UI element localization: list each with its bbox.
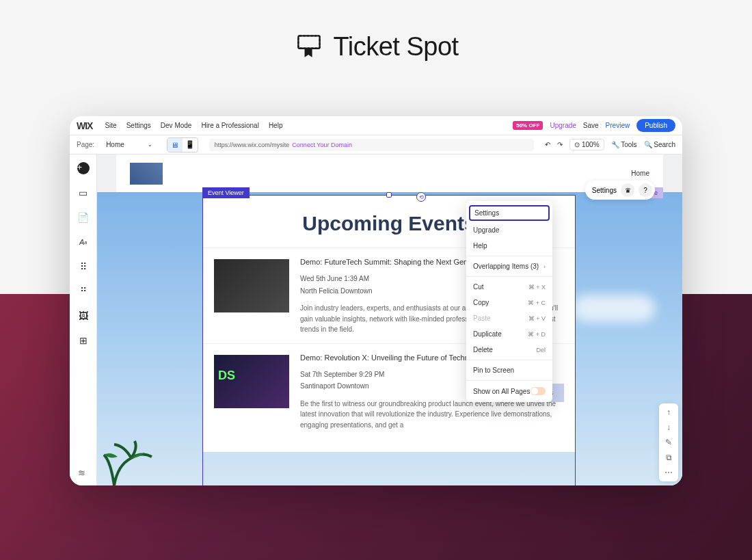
more-icon[interactable]: ⋯ <box>664 468 673 477</box>
palm-decoration <box>100 438 162 485</box>
cm-divider <box>466 380 552 381</box>
save-link[interactable]: Save <box>583 122 599 129</box>
cm-upgrade[interactable]: Upgrade <box>466 222 552 238</box>
brand-header: Ticket Spot <box>0 31 752 62</box>
widget-settings-label[interactable]: Settings <box>592 187 617 194</box>
brand-name: Ticket Spot <box>333 32 458 62</box>
cm-divider <box>466 276 552 277</box>
cm-settings[interactable]: Settings <box>469 205 550 221</box>
cloud-decoration <box>573 295 655 322</box>
cm-pin[interactable]: Pin to Screen <box>466 362 552 378</box>
cm-overlapping[interactable]: Overlapping Items (3)› <box>466 258 552 274</box>
chevron-down-icon: ⌄ <box>148 142 152 148</box>
left-rail: + ▭ 📄 Aa ⠿ ⠛ 🖼 ⊞ ≋ <box>70 155 97 485</box>
cm-duplicate[interactable]: Duplicate⌘ + D <box>466 326 552 342</box>
cm-show-all[interactable]: Show on All Pages <box>466 383 552 399</box>
cm-copy[interactable]: Copy⌘ + C <box>466 295 552 310</box>
edit-icon[interactable]: ✎ <box>665 438 672 447</box>
menu-site[interactable]: Site <box>105 122 116 129</box>
menu-settings[interactable]: Settings <box>126 122 151 129</box>
undo-icon[interactable]: ↶ <box>545 141 550 148</box>
cm-paste: Paste⌘ + V <box>466 310 552 326</box>
menu-right: 50% OFF Upgrade Save Preview Publish <box>513 119 675 132</box>
widget-label[interactable]: Event Viewer <box>202 187 250 198</box>
sections-icon[interactable]: ▭ <box>75 185 92 201</box>
design-icon[interactable]: Aa <box>75 234 92 250</box>
top-menu-bar: WIX Site Settings Dev Mode Hire a Profes… <box>70 116 682 135</box>
cm-delete[interactable]: DeleteDel <box>466 342 552 358</box>
copy-section-icon[interactable]: ⧉ <box>666 453 672 462</box>
event-image <box>214 259 289 312</box>
redo-icon[interactable]: ↷ <box>557 141 563 148</box>
help-icon[interactable]: ? <box>639 183 652 197</box>
sub-bar: Page: Home⌄ 🖥 📱 https://www.wix.com/mysi… <box>70 135 682 155</box>
tools-button[interactable]: 🔧 Tools <box>611 141 637 148</box>
arrow-up-icon[interactable]: ↑ <box>667 408 671 417</box>
arrow-down-icon[interactable]: ↓ <box>667 423 671 432</box>
crown-icon[interactable]: ♛ <box>621 183 634 197</box>
site-header: Home <box>116 155 663 192</box>
canvas[interactable]: Home Settings ♛ ? Section: Welcome Event… <box>97 155 682 485</box>
menu-help[interactable]: Help <box>269 122 283 129</box>
menu-hire[interactable]: Hire a Professional <box>201 122 258 129</box>
device-toggle: 🖥 📱 <box>167 137 198 152</box>
event-description: Be the first to witness our groundbreaki… <box>300 399 564 431</box>
cm-cut[interactable]: Cut⌘ + X <box>466 279 552 295</box>
editor-body: + ▭ 📄 Aa ⠿ ⠛ 🖼 ⊞ ≋ Home Settings ♛ ? <box>70 155 682 485</box>
svg-rect-0 <box>299 36 320 48</box>
discount-badge: 50% OFF <box>513 121 543 130</box>
apps-icon[interactable]: ⠿ <box>75 258 92 275</box>
editor-window: WIX Site Settings Dev Mode Hire a Profes… <box>70 116 682 485</box>
page-select[interactable]: Home⌄ <box>100 139 159 150</box>
preview-link[interactable]: Preview <box>606 122 630 129</box>
menu-items: Site Settings Dev Mode Hire a Profession… <box>105 122 513 129</box>
media-icon[interactable]: 🖼 <box>75 308 92 324</box>
nav-home[interactable]: Home <box>631 170 649 177</box>
toggle-switch[interactable] <box>531 387 546 395</box>
ticket-icon <box>293 31 325 62</box>
menu-devmode[interactable]: Dev Mode <box>161 122 192 129</box>
sub-bar-right: ↶ ↷ ⊙ 100% 🔧 Tools 🔍 Search <box>545 139 675 150</box>
cm-divider <box>466 256 552 256</box>
url-bar[interactable]: https://www.wix.com/mysite Connect Your … <box>209 139 534 151</box>
cm-help[interactable]: Help <box>466 238 552 254</box>
cm-divider <box>466 360 552 360</box>
zoom-control[interactable]: ⊙ 100% <box>569 139 604 150</box>
chevron-right-icon: › <box>543 263 546 270</box>
desktop-icon[interactable]: 🖥 <box>167 138 183 152</box>
site-logo[interactable] <box>130 163 163 185</box>
context-menu: Settings Upgrade Help Overlapping Items … <box>466 201 552 402</box>
business-icon[interactable]: ⠛ <box>75 283 92 299</box>
pages-icon[interactable]: 📄 <box>75 209 92 226</box>
event-image <box>214 355 289 408</box>
wix-logo[interactable]: WIX <box>77 120 92 131</box>
layers-icon[interactable]: ≋ <box>78 468 90 480</box>
svg-rect-1 <box>299 36 320 48</box>
cms-icon[interactable]: ⊞ <box>75 332 92 349</box>
page-label: Page: <box>77 141 94 148</box>
search-button[interactable]: 🔍 Search <box>644 141 675 148</box>
right-float-toolbar: ↑ ↓ ✎ ⧉ ⋯ <box>659 403 678 481</box>
widget-settings-pill: Settings ♛ ? <box>585 181 655 200</box>
mobile-icon[interactable]: 📱 <box>183 138 198 152</box>
upgrade-link[interactable]: Upgrade <box>550 122 576 129</box>
publish-button[interactable]: Publish <box>636 119 675 132</box>
connect-domain-link[interactable]: Connect Your Domain <box>292 142 352 148</box>
add-button[interactable]: + <box>75 160 92 176</box>
